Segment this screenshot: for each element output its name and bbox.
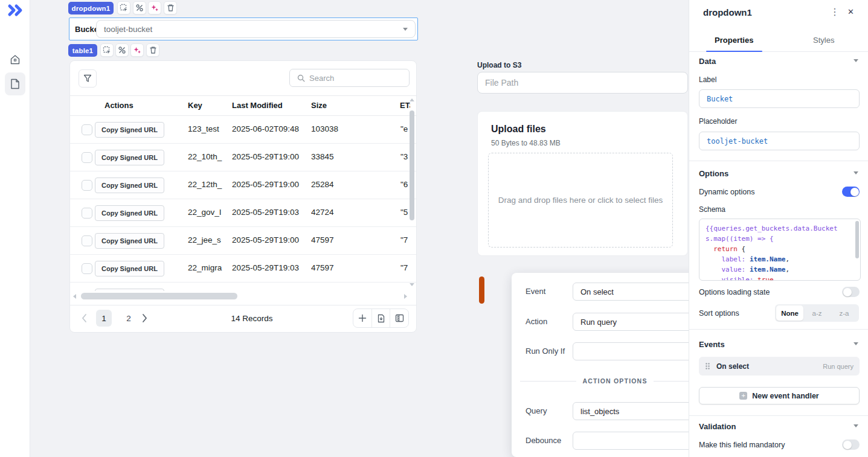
table-footer-actions — [353, 308, 409, 328]
row-checkbox[interactable] — [82, 152, 92, 163]
filter-button[interactable] — [79, 69, 97, 88]
section-options[interactable]: Options — [699, 169, 728, 178]
dynamic-options-toggle[interactable] — [842, 187, 860, 197]
cell-modified: 2025-06-02T09:48 — [232, 124, 308, 133]
debounce-input[interactable] — [573, 432, 689, 450]
event-select[interactable]: On select — [573, 283, 689, 301]
tab-styles[interactable]: Styles — [779, 29, 868, 51]
delete-widget-button[interactable] — [164, 1, 177, 14]
query-select-value: list_objects — [580, 407, 619, 416]
tab-properties[interactable]: Properties — [689, 29, 779, 51]
download-button[interactable] — [372, 309, 391, 327]
row-checkbox[interactable] — [82, 208, 92, 219]
table-search-input[interactable]: Search — [289, 69, 410, 87]
sort-none-option[interactable]: None — [776, 305, 803, 321]
table-row[interactable]: Copy Signed URL 22_gov_I 2025-05-29T19:0… — [70, 199, 417, 227]
file-path-input[interactable]: File Path — [477, 72, 688, 94]
add-row-button[interactable] — [353, 309, 372, 327]
column-header-key[interactable]: Key — [188, 101, 202, 110]
scrollbar-thumb[interactable] — [855, 221, 859, 258]
sidebar-item-home[interactable] — [5, 48, 25, 71]
run-only-if-input[interactable] — [573, 342, 689, 360]
scroll-right-arrow[interactable] — [404, 294, 407, 299]
column-header-size[interactable]: Size — [311, 101, 327, 110]
scrollbar-thumb[interactable] — [410, 110, 414, 220]
label-field-input[interactable]: Bucket — [699, 89, 860, 108]
event-popup-handle[interactable] — [479, 276, 484, 304]
table-row[interactable]: Copy Signed URL 123_test 2025-06-02T09:4… — [70, 116, 417, 144]
scrollbar-thumb[interactable] — [81, 293, 237, 299]
new-event-handler-button[interactable]: + New event handler — [699, 387, 860, 404]
table-row-partial[interactable]: Copy Signed URL — [70, 283, 417, 291]
widget-handle-dropdown1[interactable]: dropdown1 — [68, 2, 114, 14]
row-checkbox[interactable] — [82, 235, 92, 246]
row-checkbox[interactable] — [82, 263, 92, 274]
file-dropzone[interactable]: Drag and drop files here or click to sel… — [488, 153, 673, 248]
label-field-value: Bucket — [707, 95, 733, 103]
query-label: Query — [526, 406, 547, 415]
inspect-widget-button[interactable] — [100, 43, 114, 57]
column-header-actions[interactable]: Actions — [104, 101, 133, 110]
upload-size-hint: 50 Bytes to 48.83 MB — [491, 139, 561, 147]
plus-icon — [358, 314, 367, 322]
pagination-page-2[interactable]: 2 — [121, 310, 137, 327]
copy-signed-url-button[interactable]: Copy Signed URL — [95, 233, 164, 249]
sidebar-item-pages[interactable] — [5, 72, 25, 95]
ai-widget-button[interactable] — [130, 43, 144, 57]
copy-signed-url-button[interactable]: Copy Signed URL — [95, 122, 164, 138]
vertical-scrollbar[interactable] — [408, 97, 416, 292]
inspect-widget-button[interactable] — [117, 1, 130, 14]
drag-handle-icon[interactable] — [705, 362, 710, 370]
mandatory-toggle[interactable] — [842, 439, 860, 450]
manage-columns-button[interactable] — [390, 309, 408, 327]
schema-code-editor[interactable]: {{queries.get_buckets.data.Buckets.map((… — [699, 219, 861, 281]
copy-signed-url-button[interactable]: Copy Signed URL — [95, 205, 164, 221]
scroll-down-arrow[interactable] — [410, 283, 414, 286]
unbind-widget-button[interactable] — [115, 43, 129, 57]
copy-signed-url-button[interactable]: Copy Signed URL — [95, 261, 164, 276]
action-options-label: ACTION OPTIONS — [582, 377, 647, 385]
unbind-widget-button[interactable] — [133, 1, 146, 14]
pagination-next[interactable] — [140, 311, 149, 328]
bucket-select[interactable]: tooljet-bucket — [96, 20, 416, 38]
action-select[interactable]: Run query — [573, 313, 689, 331]
copy-signed-url-button[interactable]: Copy Signed URL — [95, 177, 164, 193]
table-row[interactable]: Copy Signed URL 22_migra 2025-05-29T19:0… — [70, 255, 417, 283]
column-header-last-modified[interactable]: Last Modified — [232, 101, 283, 110]
sort-za-option[interactable]: z-a — [831, 305, 858, 321]
options-loading-toggle[interactable] — [842, 287, 860, 297]
sort-az-option[interactable]: a-z — [803, 305, 831, 321]
table-row[interactable]: Copy Signed URL 22_10th_ 2025-05-29T19:0… — [70, 144, 417, 171]
collapse-icon[interactable] — [854, 171, 858, 174]
copy-signed-url-button[interactable]: Copy Signed URL — [95, 289, 164, 291]
copy-signed-url-button[interactable]: Copy Signed URL — [95, 150, 164, 165]
horizontal-scrollbar[interactable] — [70, 292, 417, 301]
delete-widget-button[interactable] — [146, 43, 159, 57]
cell-modified: 2025-05-29T19:03 — [232, 263, 308, 272]
row-checkbox[interactable] — [82, 180, 92, 191]
row-checkbox[interactable] — [82, 124, 92, 135]
kebab-menu-icon[interactable]: ⋮ — [830, 6, 840, 18]
pagination-page-1[interactable]: 1 — [96, 310, 112, 327]
event-handler-row[interactable]: On select Run query — [699, 357, 860, 376]
collapse-icon[interactable] — [854, 342, 858, 345]
widget-handle-table1[interactable]: table1 — [68, 44, 97, 57]
placeholder-field-input[interactable]: tooljet-bucket — [699, 132, 860, 150]
section-data[interactable]: Data — [699, 57, 716, 66]
scroll-up-arrow[interactable] — [410, 98, 414, 101]
divider — [70, 305, 417, 305]
close-icon[interactable]: ✕ — [847, 7, 854, 16]
section-events[interactable]: Events — [699, 340, 725, 349]
table-row[interactable]: Copy Signed URL 22_jee_s 2025-05-29T19:0… — [70, 227, 417, 255]
collapse-icon[interactable] — [854, 59, 858, 62]
section-validation[interactable]: Validation — [699, 422, 736, 431]
scroll-left-arrow[interactable] — [73, 294, 76, 299]
ai-widget-button[interactable] — [148, 1, 161, 14]
query-select[interactable]: list_objects — [573, 402, 689, 420]
tooljet-logo-icon[interactable] — [7, 4, 24, 19]
table-row[interactable]: Copy Signed URL 22_12th_ 2025-05-29T19:0… — [70, 171, 417, 199]
sort-options-segmented: None a-z z-a — [775, 304, 859, 322]
sparkles-icon — [133, 46, 141, 54]
pagination-prev[interactable] — [80, 311, 89, 328]
collapse-icon[interactable] — [854, 424, 858, 427]
